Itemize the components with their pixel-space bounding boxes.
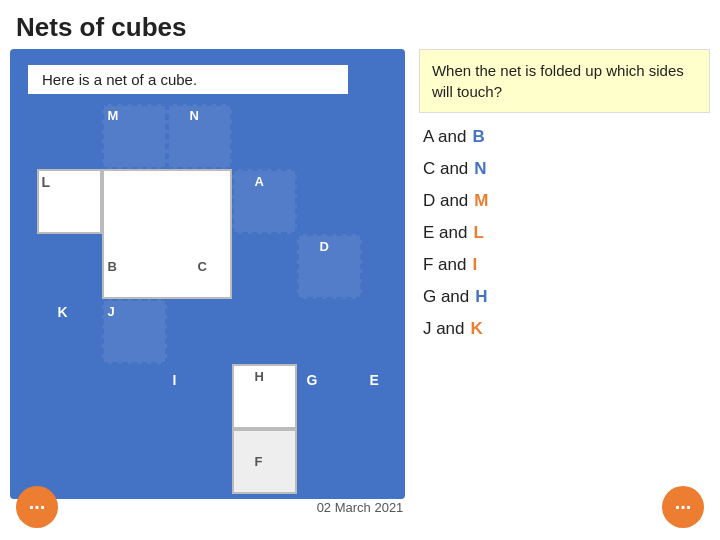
square-H bbox=[232, 364, 297, 429]
answer-letter-3: L bbox=[473, 223, 483, 243]
answer-text-3: E and bbox=[423, 223, 467, 243]
forward-button[interactable]: ··· bbox=[662, 486, 704, 528]
label-L: L bbox=[41, 174, 50, 190]
label-B: B bbox=[107, 259, 116, 274]
square-N bbox=[167, 104, 232, 169]
label-K: K bbox=[57, 304, 67, 320]
nav-area: ··· 02 March 2021 ··· bbox=[0, 482, 720, 532]
label-E: E bbox=[369, 372, 378, 388]
label-D: D bbox=[319, 239, 328, 254]
answer-text-1: C and bbox=[423, 159, 468, 179]
answer-text-5: G and bbox=[423, 287, 469, 307]
answer-row-1: C and N bbox=[419, 157, 710, 181]
here-label: Here is a net of a cube. bbox=[28, 65, 348, 94]
page-title: Nets of cubes bbox=[0, 0, 720, 49]
left-panel: Here is a net of a cube. M N L B C bbox=[10, 49, 405, 499]
back-button[interactable]: ··· bbox=[16, 486, 58, 528]
answer-letter-4: I bbox=[472, 255, 477, 275]
answer-letter-1: N bbox=[474, 159, 486, 179]
answer-text-6: J and bbox=[423, 319, 465, 339]
answer-letter-6: K bbox=[471, 319, 483, 339]
label-M: M bbox=[107, 108, 118, 123]
label-I: I bbox=[172, 372, 176, 388]
answer-row-4: F and I bbox=[419, 253, 710, 277]
question-box: When the net is folded up which sides wi… bbox=[419, 49, 710, 113]
label-H: H bbox=[254, 369, 263, 384]
answer-text-2: D and bbox=[423, 191, 468, 211]
net-diagram: M N L B C A K J D I bbox=[37, 104, 377, 434]
label-C: C bbox=[197, 259, 206, 274]
answer-row-2: D and M bbox=[419, 189, 710, 213]
answer-letter-5: H bbox=[475, 287, 487, 307]
answer-row-3: E and L bbox=[419, 221, 710, 245]
answer-letter-0: B bbox=[472, 127, 484, 147]
answer-text-4: F and bbox=[423, 255, 466, 275]
answer-text-0: A and bbox=[423, 127, 467, 147]
square-A bbox=[232, 169, 297, 234]
date-label: 02 March 2021 bbox=[317, 500, 404, 515]
label-A: A bbox=[254, 174, 263, 189]
label-J: J bbox=[107, 304, 114, 319]
label-G: G bbox=[306, 372, 317, 388]
answer-row-5: G and H bbox=[419, 285, 710, 309]
answer-row-6: J and K bbox=[419, 317, 710, 341]
right-panel: When the net is folded up which sides wi… bbox=[419, 49, 710, 499]
label-F: F bbox=[254, 454, 262, 469]
square-center bbox=[102, 169, 232, 299]
answer-row-0: A and B bbox=[419, 125, 710, 149]
answer-letter-2: M bbox=[474, 191, 488, 211]
label-N: N bbox=[189, 108, 198, 123]
main-content: Here is a net of a cube. M N L B C bbox=[0, 49, 720, 509]
square-D bbox=[297, 234, 362, 299]
